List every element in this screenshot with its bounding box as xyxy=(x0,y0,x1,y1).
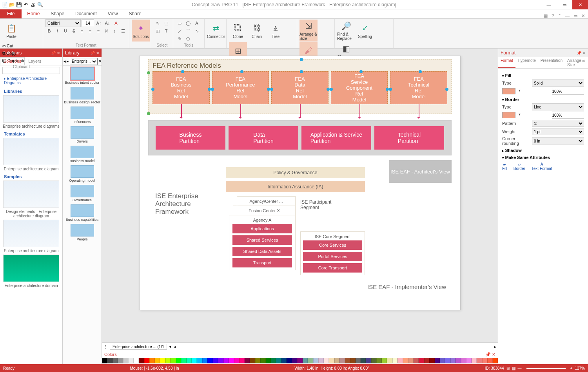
color-swatch[interactable] xyxy=(271,358,276,363)
page-tab-scroll-left-icon[interactable]: ◂ xyxy=(174,345,176,349)
smp-thumb-1[interactable] xyxy=(3,181,59,208)
color-swatch[interactable] xyxy=(165,358,171,363)
color-swatch[interactable] xyxy=(128,358,133,363)
color-swatch[interactable] xyxy=(239,358,244,363)
zoom-icon[interactable]: 🔍 xyxy=(37,2,43,8)
cat-libraries[interactable]: Libraries xyxy=(4,89,61,94)
bullets-icon[interactable]: ☰ xyxy=(119,27,127,34)
tree-root[interactable]: ▸ Enterprise Architecture Diagrams xyxy=(2,76,61,86)
node-icon[interactable]: ◫ xyxy=(154,27,162,34)
undo-icon[interactable]: ↶ xyxy=(23,2,29,8)
arc-tool-icon[interactable]: ⌒ xyxy=(184,27,192,34)
lasso-icon[interactable]: ⬚ xyxy=(162,20,170,27)
print-icon[interactable]: 🖨 xyxy=(30,2,36,8)
fill-color-chip[interactable] xyxy=(502,88,515,94)
font-select[interactable]: Calibri xyxy=(45,19,81,27)
color-swatch[interactable] xyxy=(361,358,366,363)
color-swatch[interactable] xyxy=(134,358,139,363)
solutions-button[interactable]: ✦Solutions xyxy=(132,20,150,42)
same-border-button[interactable]: ▱Border xyxy=(514,162,525,171)
segment-item[interactable]: Shared Data Assets xyxy=(232,247,292,256)
cut-button[interactable]: ✂ Cut xyxy=(2,42,25,49)
border-opacity-input[interactable] xyxy=(552,112,584,119)
color-swatch[interactable] xyxy=(329,358,334,363)
color-swatch[interactable] xyxy=(313,358,318,363)
partition-box[interactable]: TechnicalPartition xyxy=(374,126,444,150)
options-icon[interactable]: ▦ xyxy=(544,13,548,18)
color-swatch[interactable] xyxy=(403,358,408,363)
color-swatch[interactable] xyxy=(303,358,308,363)
line-tool-icon[interactable]: ／ xyxy=(176,27,183,34)
close-button[interactable]: ✕ xyxy=(572,0,588,9)
color-swatch[interactable] xyxy=(456,358,461,363)
fill-opacity-input[interactable] xyxy=(552,88,584,95)
information-assurance-box[interactable]: Information Assurance (IA) xyxy=(226,181,365,192)
color-swatch[interactable] xyxy=(414,358,419,363)
copy-button[interactable]: ⧉ Copy xyxy=(2,50,25,57)
find-replace-button[interactable]: 🔎Find & Replace xyxy=(337,20,355,42)
color-swatch[interactable] xyxy=(387,358,392,363)
color-swatch[interactable] xyxy=(149,358,154,363)
color-swatch[interactable] xyxy=(356,358,361,363)
spelling-button[interactable]: ✓Spelling xyxy=(356,20,374,42)
core-item[interactable]: Portal Services xyxy=(303,252,362,261)
page-tab[interactable]: Enterprise architecture ... (1/1 xyxy=(110,344,167,350)
zoom-slider[interactable] xyxy=(526,368,566,369)
pin-icon[interactable]: 📌 ✕ xyxy=(51,51,60,55)
fea-ref-model-box[interactable]: FEAPerformanceRefModel xyxy=(212,71,269,104)
color-swatch[interactable] xyxy=(171,358,176,363)
color-swatch[interactable] xyxy=(334,358,339,363)
collapse-ribbon-icon[interactable]: ⌃ xyxy=(558,13,561,18)
increase-font-icon[interactable]: A↑ xyxy=(95,20,103,27)
color-swatch[interactable] xyxy=(482,358,487,363)
color-swatch[interactable] xyxy=(429,358,434,363)
page-tab-menu-icon[interactable]: ⋮ xyxy=(103,345,107,349)
partition-box[interactable]: Application & ServicePartition xyxy=(301,126,371,150)
border-color-chip[interactable] xyxy=(502,112,515,118)
snap-toggle-icon[interactable]: ⊞ xyxy=(506,366,510,370)
page-tab-dropdown-icon[interactable]: ▾ xyxy=(169,345,171,349)
color-swatch[interactable] xyxy=(207,358,212,363)
color-swatch[interactable] xyxy=(176,358,181,363)
color-swatches[interactable] xyxy=(102,358,498,364)
pencil-tool-icon[interactable]: ✎ xyxy=(176,35,183,42)
align-center-icon[interactable]: ≡ xyxy=(87,27,94,34)
decrease-font-icon[interactable]: A↓ xyxy=(103,20,111,27)
policy-governance-box[interactable]: Policy & Governance xyxy=(226,167,365,178)
lib-prev-icon[interactable]: ◂ xyxy=(64,59,66,64)
zoom-out-icon[interactable]: — xyxy=(518,366,522,370)
subwin-close-icon[interactable]: ✕ xyxy=(581,13,585,18)
color-swatch[interactable] xyxy=(123,358,128,363)
color-swatch[interactable] xyxy=(281,358,287,363)
segment-item[interactable]: Transport xyxy=(232,258,292,267)
tab-document[interactable]: Document xyxy=(70,9,102,18)
color-swatch[interactable] xyxy=(397,358,403,363)
subwin-min-icon[interactable]: — xyxy=(565,13,570,18)
library-body[interactable]: Business intent sectorBusiness design se… xyxy=(63,66,102,364)
color-swatch[interactable] xyxy=(435,358,440,363)
smp-thumb-2[interactable] xyxy=(3,220,59,247)
valign-icon[interactable]: ⇵ xyxy=(103,27,110,34)
canvas-viewport[interactable]: FEA Reference Models FEABusinessRefModel… xyxy=(102,49,498,342)
library-item[interactable]: Business capabilities xyxy=(64,204,101,222)
fmt-tab-arrange[interactable]: Arrange & Size xyxy=(565,57,588,68)
color-swatch[interactable] xyxy=(424,358,429,363)
text-tool-icon[interactable]: T xyxy=(162,27,170,34)
color-swatch[interactable] xyxy=(139,358,144,363)
library-select[interactable]: Enterpris... xyxy=(70,58,98,65)
color-swatch[interactable] xyxy=(392,358,397,363)
cat-samples[interactable]: Samples xyxy=(4,174,61,179)
duplicate-button[interactable]: ⿻ Duplicate xyxy=(2,57,25,64)
library-item[interactable]: People xyxy=(64,224,101,241)
new-doc-icon[interactable]: 📄 xyxy=(2,2,8,8)
polygon-tool-icon[interactable]: ⬠ xyxy=(184,35,192,42)
color-swatch[interactable] xyxy=(250,358,255,363)
tree-button[interactable]: ⍋Tree xyxy=(267,20,285,42)
library-item[interactable]: Business model xyxy=(64,146,101,163)
rect-tool-icon[interactable]: ▭ xyxy=(176,20,183,27)
color-swatch[interactable] xyxy=(234,358,239,363)
pattern-select[interactable]: 1: xyxy=(532,120,584,127)
partition-box[interactable]: BusinessPartition xyxy=(156,126,225,150)
open-icon[interactable]: 📂 xyxy=(9,2,15,8)
same-textformat-button[interactable]: AText Format xyxy=(532,162,552,171)
